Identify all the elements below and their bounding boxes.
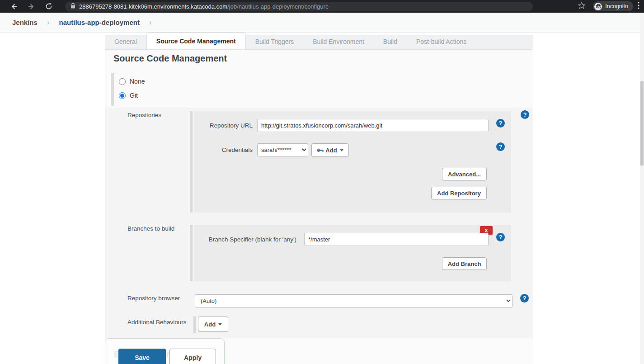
back-icon[interactable] (10, 3, 18, 10)
repository-browser-label: Repository browser (127, 295, 180, 302)
browser-menu-icon[interactable] (638, 2, 639, 11)
breadcrumb: Jenkins › nautilus-app-deployment › (0, 13, 644, 33)
reload-icon[interactable] (45, 3, 52, 10)
repository-url-input[interactable] (257, 119, 489, 132)
branch-specifier-help-icon[interactable]: ? (496, 233, 505, 241)
tab-build[interactable]: Build (374, 34, 407, 49)
save-button[interactable]: Save (118, 349, 166, 364)
add-repository-button[interactable]: Add Repository (431, 187, 487, 199)
radio-group-indent-bar (111, 73, 114, 106)
additional-behaviours-label: Additional Behaviours (127, 319, 187, 326)
repositories-row-label: Repositories (127, 112, 161, 118)
branch-panel: X Branch Specifier (blank for 'any') ? A… (194, 225, 511, 281)
incognito-icon (594, 3, 602, 10)
url-bar[interactable]: 2886795278-8081-kitek06m.environments.ka… (65, 2, 533, 11)
scm-option-none[interactable]: None (119, 78, 145, 85)
repository-url-label: Repository URL (194, 122, 253, 129)
tab-build-environment[interactable]: Build Environment (303, 34, 374, 49)
repository-panel: Repository URL ? Credentials sarah/*****… (194, 111, 511, 213)
repository-drag-handle[interactable] (190, 111, 193, 213)
credentials-help-icon[interactable]: ? (496, 142, 505, 151)
credentials-select[interactable]: sarah/****** (257, 143, 308, 156)
breadcrumb-job[interactable]: nautilus-app-deployment (59, 19, 140, 26)
caret-down-icon (340, 149, 343, 151)
apply-button[interactable]: Apply (169, 349, 216, 364)
config-tabbar: General Source Code Management Build Tri… (105, 35, 533, 50)
credentials-label: Credentials (194, 147, 253, 153)
branch-specifier-input[interactable] (304, 233, 489, 246)
url-domain: 2886795278-8081-kitek06m.environments.ka… (79, 3, 227, 10)
tab-general[interactable]: General (105, 34, 146, 49)
scm-none-label: None (130, 78, 145, 85)
branches-row-label: Branches to build (127, 225, 174, 232)
scm-option-git[interactable]: Git (119, 92, 138, 99)
save-bar: Save Apply (105, 338, 225, 364)
key-icon (317, 148, 324, 153)
scm-git-label: Git (130, 92, 138, 99)
add-behaviour-button[interactable]: Add (198, 317, 228, 332)
incognito-badge: Incognito (593, 1, 633, 11)
advanced-button[interactable]: Advanced... (442, 168, 487, 180)
caret-down-icon (218, 323, 222, 326)
add-behaviour-label: Add (204, 321, 216, 328)
scm-none-radio[interactable] (119, 78, 126, 85)
scrollbar-track[interactable] (640, 13, 644, 364)
repository-browser-help-icon[interactable]: ? (520, 294, 529, 303)
tab-post-build-actions[interactable]: Post-build Actions (407, 34, 476, 49)
browser-toolbar: 2886795278-8081-kitek06m.environments.ka… (0, 0, 644, 13)
scm-git-radio[interactable] (119, 92, 126, 99)
url-path: /job/nautilus-app-deployment/configure (227, 3, 329, 10)
branch-specifier-label: Branch Specifier (blank for 'any') (194, 236, 296, 243)
incognito-label: Incognito (605, 3, 628, 9)
branch-drag-handle[interactable] (190, 225, 193, 281)
tab-source-code-management[interactable]: Source Code Management (146, 33, 246, 49)
scm-config-section: Source Code Management None Git Reposito… (105, 50, 533, 338)
repository-browser-select[interactable]: (Auto) (195, 294, 512, 307)
tab-build-triggers[interactable]: Build Triggers (246, 34, 304, 49)
repositories-help-icon[interactable]: ? (521, 110, 529, 119)
forward-icon[interactable] (28, 3, 35, 10)
add-credentials-button[interactable]: Add (311, 143, 349, 157)
scrollbar-thumb[interactable] (640, 81, 644, 165)
bookmark-star-icon[interactable] (578, 1, 586, 11)
breadcrumb-jenkins[interactable]: Jenkins (12, 19, 38, 26)
page-title: Source Code Management (113, 53, 526, 69)
chevron-right-icon: › (149, 18, 152, 27)
lock-icon (71, 2, 75, 10)
behaviours-indent-bar (193, 316, 196, 333)
add-branch-button[interactable]: Add Branch (442, 257, 487, 270)
add-credentials-label: Add (325, 147, 337, 154)
chevron-right-icon: › (47, 18, 50, 27)
repository-url-help-icon[interactable]: ? (496, 119, 505, 128)
